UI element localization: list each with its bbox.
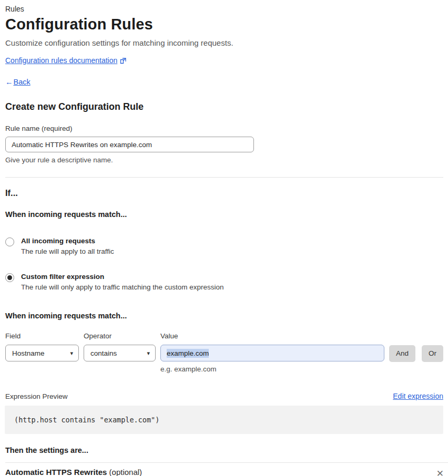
then-settings-heading: Then the settings are... <box>5 446 443 454</box>
field-select-value: Hostname <box>12 349 45 357</box>
value-helper: e.g. example.com <box>160 365 384 373</box>
page-title: Configuration Rules <box>5 16 443 33</box>
configuration-rules-page: Rules Configuration Rules Customize conf… <box>0 0 448 476</box>
edit-expression-link[interactable]: Edit expression <box>393 392 443 400</box>
if-heading: If... <box>5 188 443 198</box>
documentation-link-row: Configuration rules documentation <box>5 56 443 65</box>
back-link[interactable]: Back <box>14 78 30 86</box>
documentation-link[interactable]: Configuration rules documentation <box>5 56 117 65</box>
value-input-text: example.com <box>167 349 209 358</box>
rule-name-input[interactable] <box>5 137 254 152</box>
expression-text: (http.host contains "example.com") <box>14 416 159 424</box>
create-rule-heading: Create new Configuration Rule <box>5 101 443 112</box>
operator-label: Operator <box>84 332 156 340</box>
radio-option-all-incoming[interactable]: All incoming requests The rule will appl… <box>5 237 443 255</box>
value-input[interactable]: example.com <box>160 345 384 361</box>
rule-name-helper: Give your rule a descriptive name. <box>5 156 443 164</box>
or-button[interactable]: Or <box>422 345 443 362</box>
back-link-row: ← Back <box>5 78 443 86</box>
radio-unchecked-icon[interactable] <box>5 237 14 246</box>
rule-name-label: Rule name (required) <box>5 125 443 132</box>
breadcrumb: Rules <box>5 5 443 13</box>
radio-option-description: The rule will apply to all traffic <box>21 247 114 255</box>
setting-title-name: Automatic HTTPS Rewrites <box>5 468 107 476</box>
operator-select[interactable]: contains ▾ <box>84 345 156 361</box>
back-arrow-icon: ← <box>5 78 13 86</box>
page-subtitle: Customize configuration settings for mat… <box>5 38 443 47</box>
builder-heading: When incoming requests match... <box>5 312 443 320</box>
section-divider <box>5 177 443 178</box>
close-icon[interactable]: ✕ <box>435 468 445 476</box>
radio-checked-icon[interactable] <box>5 273 14 282</box>
radio-option-description: The rule will only apply to traffic matc… <box>21 283 223 291</box>
expression-preview-row: Expression Preview Edit expression <box>5 392 443 400</box>
and-button[interactable]: And <box>389 345 415 362</box>
expression-preview-label: Expression Preview <box>5 392 68 400</box>
value-column: Value example.com e.g. example.com <box>160 332 384 373</box>
chevron-down-icon: ▾ <box>147 350 150 357</box>
external-link-icon <box>120 57 126 64</box>
value-label: Value <box>160 332 384 340</box>
radio-option-label: Custom filter expression <box>21 273 223 281</box>
operator-select-value: contains <box>90 349 117 357</box>
and-or-buttons: And Or <box>389 332 443 362</box>
chevron-down-icon: ▾ <box>70 350 73 357</box>
field-column: Field Hostname ▾ <box>5 332 79 361</box>
expression-preview-box: (http.host contains "example.com") <box>5 406 443 434</box>
field-label: Field <box>5 332 79 340</box>
radio-option-custom-filter[interactable]: Custom filter expression The rule will o… <box>5 273 443 291</box>
expression-builder-row: Field Hostname ▾ Operator contains ▾ Val… <box>5 332 443 373</box>
operator-column: Operator contains ▾ <box>84 332 156 361</box>
match-heading: When incoming requests match... <box>5 210 443 219</box>
setting-header: Automatic HTTPS Rewrites (optional) ✕ <box>5 468 445 476</box>
setting-title-optional: (optional) <box>109 468 142 476</box>
radio-option-label: All incoming requests <box>21 237 114 245</box>
settings-divider <box>5 462 448 463</box>
setting-title: Automatic HTTPS Rewrites (optional) <box>5 468 142 476</box>
field-select[interactable]: Hostname ▾ <box>5 345 79 361</box>
